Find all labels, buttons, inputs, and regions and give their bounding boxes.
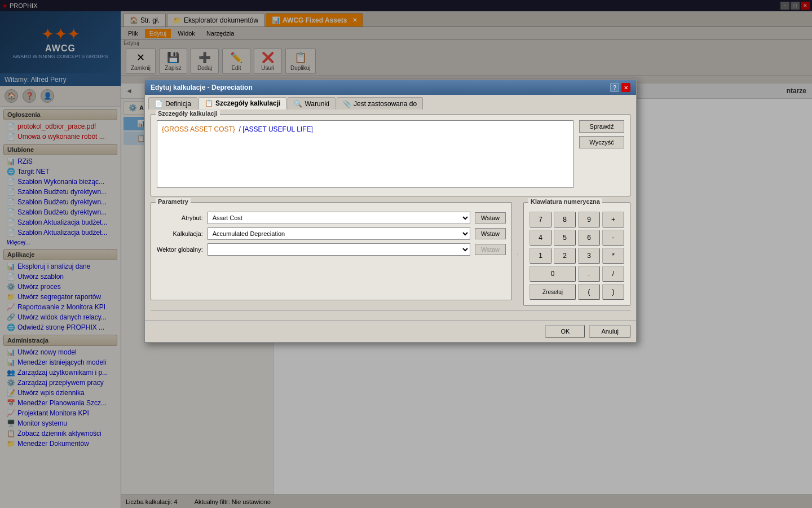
numpad-9[interactable]: 9 xyxy=(578,212,600,227)
numpad-divide[interactable]: / xyxy=(602,266,624,282)
szczegoly-content: {GROSS ASSET COST} / [ASSET USEFUL LIFE]… xyxy=(157,120,624,190)
definicja-tab-icon: 📄 xyxy=(155,100,163,108)
dialog-content-area: Szczegóły kalkulacji {GROSS ASSET COST} … xyxy=(145,110,636,320)
drag-separator[interactable]: ⋮ xyxy=(515,202,520,306)
numpad-minus[interactable]: - xyxy=(602,230,624,246)
numpad-group-label: Klawiatura numeryczna xyxy=(528,198,602,205)
szczegoly-group: Szczegóły kalkulacji {GROSS ASSET COST} … xyxy=(151,114,630,196)
numpad-open-paren[interactable]: ( xyxy=(578,284,600,300)
wyczysc-button[interactable]: Wyczyść xyxy=(579,136,624,148)
formula-buttons: Sprawdź Wyczyść xyxy=(579,120,624,148)
dialog-title-text: Edytuj kalkulacje - Depreciation xyxy=(151,84,253,91)
numpad-1[interactable]: 1 xyxy=(529,248,551,264)
definicja-tab-label: Definicja xyxy=(165,100,191,108)
formula-area-wrapper: {GROSS ASSET COST} / [ASSET USEFUL LIFE] xyxy=(157,120,573,190)
wstaw-kalkulacja-button[interactable]: Wstaw xyxy=(475,228,506,239)
szczegoly-group-label: Szczegóły kalkulacji xyxy=(156,110,220,117)
sprawdz-button[interactable]: Sprawdź xyxy=(579,120,624,133)
numpad-6[interactable]: 6 xyxy=(578,230,600,246)
dialog-title-controls: ? ✕ xyxy=(610,83,630,92)
wektor-label: Wektor globalny: xyxy=(157,246,203,253)
numpad-8[interactable]: 8 xyxy=(554,212,576,227)
dialog-tab-szczegoly[interactable]: 📋 Szczegóły kalkulacji xyxy=(198,97,286,110)
numpad-multiply[interactable]: * xyxy=(602,248,624,264)
numpad-content: 7 8 9 + 4 5 6 - 1 2 xyxy=(529,212,624,300)
numpad-grid: 7 8 9 + 4 5 6 - 1 2 xyxy=(529,212,624,300)
parametry-group-label: Parametry xyxy=(156,198,191,205)
numpad-2[interactable]: 2 xyxy=(554,248,576,264)
parametry-grid: Atrybut: Asset Cost Asset Useful Life Gr… xyxy=(157,212,506,256)
formula-part-2: [ASSET USEFUL LIFE] xyxy=(242,125,313,133)
dialog-tabs: 📄 Definicja 📋 Szczegóły kalkulacji 🔍 War… xyxy=(145,95,636,110)
dialog-edytuj-kalkulacje: Edytuj kalkulacje - Depreciation ? ✕ 📄 D… xyxy=(144,79,637,343)
kalkulacja-label: Kalkulacja: xyxy=(157,230,203,237)
numpad-group: Klawiatura numeryczna 7 8 9 + 4 5 xyxy=(523,202,630,306)
dialog-title-bar: Edytuj kalkulacje - Depreciation ? ✕ xyxy=(145,80,636,95)
zastosowana-tab-icon: 📎 xyxy=(343,100,351,108)
dialog-footer: OK Anuluj xyxy=(145,320,636,342)
szczegoly-tab-icon: 📋 xyxy=(205,99,213,107)
zastosowana-tab-label: Jest zastosowana do xyxy=(354,100,417,108)
wstaw-wektor-button: Wstaw xyxy=(475,244,506,255)
warunki-tab-icon: 🔍 xyxy=(294,100,302,108)
dialog-overlay: Edytuj kalkulacje - Depreciation ? ✕ 📄 D… xyxy=(0,0,812,508)
kalkulacja-select[interactable]: Accumulated Depreciation Depreciation Ne… xyxy=(208,227,470,240)
numpad-7[interactable]: 7 xyxy=(529,212,551,227)
formula-textarea[interactable]: {GROSS ASSET COST} / [ASSET USEFUL LIFE] xyxy=(157,120,573,188)
dialog-tab-zastosowana[interactable]: 📎 Jest zastosowana do xyxy=(337,97,423,110)
numpad-0[interactable]: 0 xyxy=(529,266,576,282)
numpad-dot[interactable]: . xyxy=(578,266,600,282)
formula-part-1: {GROSS ASSET COST} xyxy=(162,125,235,133)
bottom-section: Parametry Atrybut: Asset Cost Asset Usef… xyxy=(151,202,630,306)
dialog-tab-warunki[interactable]: 🔍 Warunki xyxy=(288,97,336,110)
numpad-5[interactable]: 5 xyxy=(554,230,576,246)
cancel-button[interactable]: Anuluj xyxy=(589,325,630,338)
ok-button[interactable]: OK xyxy=(545,325,585,338)
wektor-select[interactable] xyxy=(208,243,470,256)
atrybut-select[interactable]: Asset Cost Asset Useful Life Gross Asset… xyxy=(208,212,470,224)
dialog-close-button[interactable]: ✕ xyxy=(621,83,630,92)
dialog-tab-definicja[interactable]: 📄 Definicja xyxy=(148,97,197,110)
numpad-4[interactable]: 4 xyxy=(529,230,551,246)
wstaw-atrybut-button[interactable]: Wstaw xyxy=(475,212,506,224)
numpad-reset[interactable]: Zresetuj xyxy=(529,284,576,300)
main-window: ★ PROPHIX − □ ✕ ✦✦✦ AWCG AWARD WINNING C… xyxy=(0,0,812,508)
szczegoly-tab-label: Szczegóły kalkulacji xyxy=(215,99,280,107)
dialog-separator xyxy=(151,310,630,311)
numpad-3[interactable]: 3 xyxy=(578,248,600,264)
numpad-plus[interactable]: + xyxy=(602,212,624,227)
atrybut-label: Atrybut: xyxy=(157,214,203,221)
numpad-close-paren[interactable]: ) xyxy=(602,284,624,300)
dialog-help-button[interactable]: ? xyxy=(610,83,619,92)
parametry-group: Parametry Atrybut: Asset Cost Asset Usef… xyxy=(151,202,512,300)
warunki-tab-label: Warunki xyxy=(304,100,329,108)
